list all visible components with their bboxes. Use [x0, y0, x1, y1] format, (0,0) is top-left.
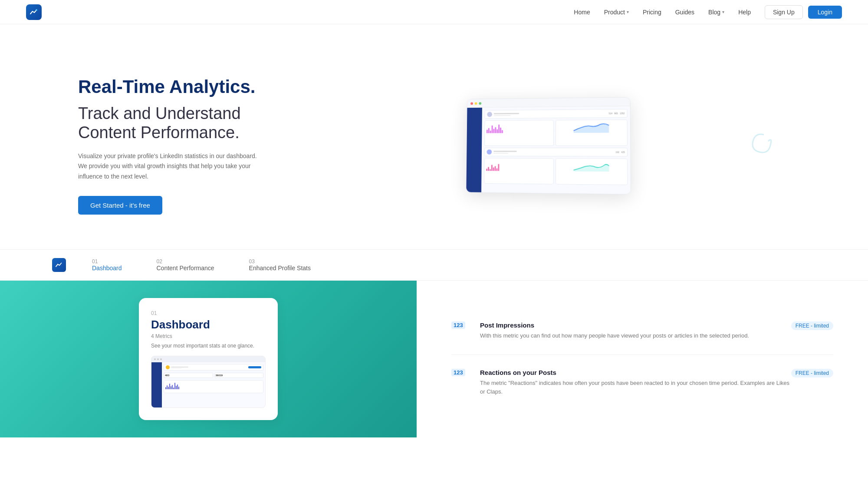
nav-pricing[interactable]: Pricing — [643, 9, 661, 16]
mini-avatar — [166, 365, 170, 369]
mini-db-sidebar — [151, 362, 162, 407]
metric-title-2: Reactions on your Posts — [480, 369, 791, 376]
tab-cp-label: Content Performance — [157, 265, 214, 272]
nav-guides[interactable]: Guides — [675, 9, 694, 16]
feature-card-title: Dashboard — [151, 318, 266, 331]
nav-home[interactable]: Home — [574, 9, 590, 16]
chart-card-3 — [484, 158, 554, 185]
bar-chart-2 — [486, 160, 552, 172]
feature-right: 123 Post Impressions With this metric yo… — [417, 281, 868, 437]
metric-item-1: 123 Post Impressions With this metric yo… — [451, 321, 833, 355]
mini-dot-2 — [157, 358, 159, 360]
signup-button[interactable]: Sign Up — [765, 5, 803, 19]
chart-card-2 — [556, 119, 628, 146]
hero-right: 514 965 1352 — [304, 98, 790, 193]
mini-db-body: 483 36019 — [151, 362, 265, 407]
brand-logo[interactable] — [26, 4, 42, 20]
tab-dashboard[interactable]: 01 Dashboard — [92, 258, 122, 272]
metric-badge-1: 123 — [451, 321, 465, 329]
hero-section: Real-Time Analytics. Track and Understan… — [0, 24, 868, 249]
feature-card-desc: See your most important stats at one gla… — [151, 342, 266, 350]
hero-left: Real-Time Analytics. Track and Understan… — [78, 76, 304, 215]
feature-section: 01 Dashboard 4 Metrics See your most imp… — [0, 281, 868, 437]
blog-chevron-icon: ▾ — [722, 10, 724, 14]
mockup-content: 514 965 1352 — [481, 106, 631, 194]
tab-dashboard-label: Dashboard — [92, 265, 122, 272]
metric-badge-2: 123 — [451, 369, 465, 376]
mini-bar-chart — [165, 381, 262, 389]
nav-help[interactable]: Help — [738, 9, 751, 16]
tab-cp-num: 02 — [157, 258, 214, 265]
mockup-body: 514 965 1352 — [466, 106, 631, 194]
metric-title-1: Post Impressions — [480, 321, 791, 329]
user-info-1 — [494, 112, 607, 116]
dot-green — [479, 102, 481, 105]
avatar-2 — [487, 149, 492, 155]
metric-plan-2: FREE - limited — [791, 369, 833, 377]
tab-ep-num: 03 — [249, 258, 311, 265]
area-chart-1 — [558, 122, 625, 133]
dashboard-preview: 514 965 1352 — [466, 97, 631, 195]
hero-title-bold: Real-Time Analytics. — [78, 76, 304, 97]
mini-chart-row — [164, 380, 263, 393]
tab-enhanced-profile[interactable]: 03 Enhanced Profile Stats — [249, 258, 311, 272]
mini-stat-2: 36019 — [214, 373, 264, 378]
chart-card-4 — [556, 158, 628, 185]
logo-icon — [26, 4, 42, 20]
mini-db-topbar — [151, 356, 265, 362]
svg-point-0 — [36, 9, 37, 11]
dot-yellow — [475, 102, 477, 105]
feature-card-badge: 4 Metrics — [151, 333, 266, 339]
mockup-sidebar — [466, 108, 482, 192]
metric-item-2: 123 Reactions on your Posts The metric "… — [451, 369, 833, 397]
metric-info-1: Post Impressions With this metric you ca… — [480, 321, 791, 341]
tab-dashboard-num: 01 — [92, 258, 122, 265]
area-chart-2 — [558, 160, 625, 172]
mini-blue-button — [248, 366, 261, 368]
dot-red — [470, 102, 473, 105]
user-info-2 — [493, 150, 614, 153]
chart-card-1 — [484, 120, 554, 146]
login-button[interactable]: Login — [808, 6, 842, 19]
hero-description: Visualize your private profile's LinkedI… — [78, 151, 260, 182]
mini-dot-3 — [160, 358, 162, 360]
tab-ep-label: Enhanced Profile Stats — [249, 265, 311, 272]
feature-card: 01 Dashboard 4 Metrics See your most imp… — [139, 298, 278, 420]
tab-brand-logo — [52, 258, 66, 272]
bar-chart-1 — [487, 122, 552, 133]
mini-dashboard-preview: 483 36019 — [151, 356, 266, 408]
feature-left: 01 Dashboard 4 Metrics See your most imp… — [0, 281, 417, 437]
navbar: Home Product ▾ Pricing Guides Blog ▾ Hel… — [0, 0, 868, 24]
mini-stat-1: 483 — [164, 373, 213, 378]
charts-row-2 — [484, 158, 628, 185]
mini-dot-1 — [154, 358, 156, 360]
metric-desc-1: With this metric you can find out how ma… — [480, 331, 791, 341]
mini-db-content: 483 36019 — [162, 362, 265, 407]
metric-plan-1: FREE - limited — [791, 321, 833, 330]
mini-chart-card — [164, 380, 263, 393]
metric-icon-2: 123 — [451, 369, 473, 376]
hero-cta-button[interactable]: Get Started - it's free — [78, 196, 162, 215]
metric-desc-2: The metric "Reactions" indicates how oft… — [480, 379, 791, 397]
metric-icon-1: 123 — [451, 321, 473, 329]
tab-content-performance[interactable]: 02 Content Performance — [157, 258, 214, 272]
metric-info-2: Reactions on your Posts The metric "Reac… — [480, 369, 791, 397]
feature-card-num: 01 — [151, 310, 266, 316]
hero-subtitle: Track and Understand Content Performance… — [78, 104, 304, 142]
nav-links: Home Product ▾ Pricing Guides Blog ▾ Hel… — [574, 9, 751, 16]
nav-product[interactable]: Product ▾ — [604, 9, 629, 16]
section-tabs: 01 Dashboard 02 Content Performance 03 E… — [0, 249, 868, 281]
nav-buttons: Sign Up Login — [765, 5, 842, 19]
avatar-1 — [487, 112, 492, 117]
charts-row-1 — [484, 119, 628, 146]
nav-blog[interactable]: Blog ▾ — [708, 9, 724, 16]
decorative-curl-icon — [733, 132, 777, 176]
product-chevron-icon: ▾ — [627, 10, 629, 14]
